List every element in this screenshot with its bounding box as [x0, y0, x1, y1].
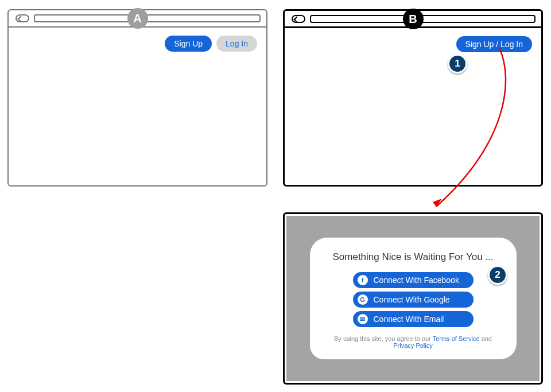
back-icon[interactable] [292, 15, 305, 23]
signup-login-button[interactable]: Sign Up / Log In [456, 36, 532, 52]
login-button-a[interactable]: Log In [216, 36, 257, 52]
auth-modal: Something Nice is Waiting For You ... f … [310, 238, 517, 359]
step-annotation-1: 1 [448, 54, 467, 73]
modal-backdrop: Something Nice is Waiting For You ... f … [286, 216, 540, 381]
step-annotation-2: 2 [488, 265, 507, 285]
signup-button-a[interactable]: Sign Up [165, 36, 212, 52]
connect-facebook-button[interactable]: f Connect With Facebook [353, 272, 474, 288]
connect-google-button[interactable]: G Connect With Google [353, 292, 474, 308]
facebook-icon: f [358, 275, 368, 285]
connect-email-button[interactable]: ✉ Connect With Email [353, 311, 474, 327]
legal-text: By using this site, you agree to our Ter… [325, 335, 502, 349]
privacy-link[interactable]: Privacy Policy [393, 342, 432, 349]
wireframe-a: A Sign Up Log In [7, 9, 267, 187]
connect-label: Connect With Facebook [374, 275, 459, 285]
back-icon[interactable] [15, 14, 29, 22]
tos-link[interactable]: Terms of Service [433, 335, 480, 342]
email-icon: ✉ [358, 314, 368, 324]
google-icon: G [358, 294, 368, 305]
connect-label: Connect With Email [374, 315, 444, 324]
frame-label-a: A [127, 8, 148, 29]
wireframe-b: B Sign Up / Log In [283, 9, 543, 187]
wireframe-b-modal: Something Nice is Waiting For You ... f … [283, 212, 543, 385]
connect-label: Connect With Google [374, 295, 450, 304]
frame-label-b: B [403, 9, 424, 29]
modal-title: Something Nice is Waiting For You ... [325, 251, 502, 263]
